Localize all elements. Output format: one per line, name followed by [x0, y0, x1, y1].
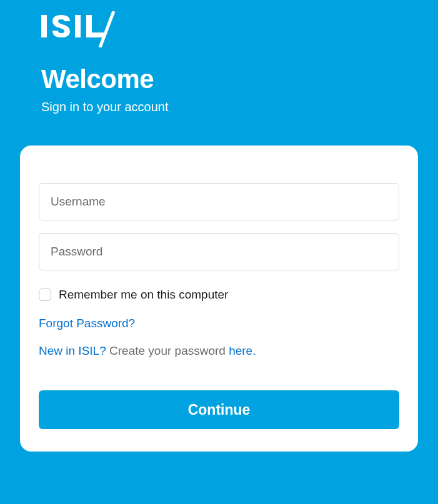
svg-line-4: [100, 11, 114, 47]
continue-button[interactable]: Continue: [39, 390, 399, 429]
svg-rect-1: [75, 15, 81, 37]
new-user-middle: Create your password: [106, 344, 229, 357]
page-subtitle: Sign in to your account: [41, 100, 419, 114]
login-card: Remember me on this computer Forgot Pass…: [20, 146, 418, 452]
isil-logo-icon: [41, 11, 121, 47]
remember-label: Remember me on this computer: [59, 288, 228, 302]
page-title: Welcome: [41, 65, 419, 94]
username-input[interactable]: [39, 183, 399, 220]
svg-rect-0: [41, 15, 47, 37]
remember-checkbox[interactable]: [39, 289, 51, 301]
forgot-password-link[interactable]: Forgot Password?: [39, 317, 135, 330]
create-password-link[interactable]: here.: [229, 344, 256, 357]
brand-logo: [41, 11, 419, 47]
svg-rect-3: [86, 32, 104, 37]
new-user-line: New in ISIL? Create your password here.: [39, 344, 399, 358]
password-input[interactable]: [39, 233, 399, 270]
new-user-prefix: New in ISIL?: [39, 344, 106, 357]
